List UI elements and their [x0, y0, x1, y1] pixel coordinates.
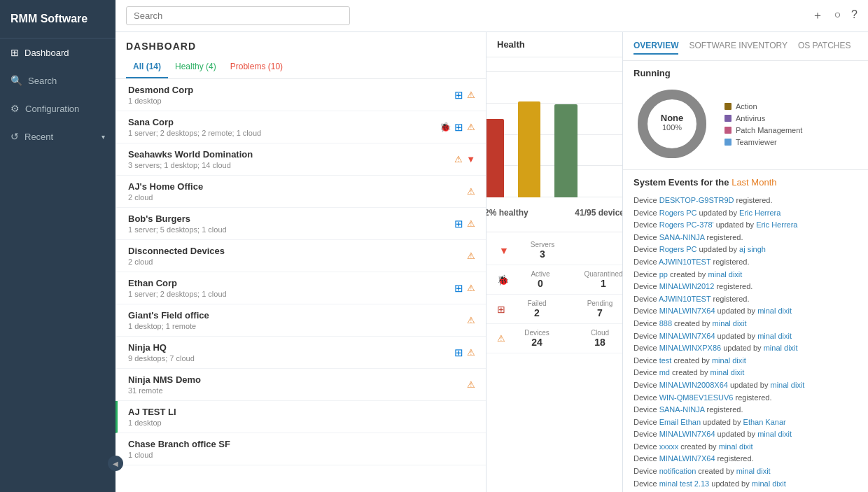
sidebar-item-recent[interactable]: ↺ Recent ▾	[0, 122, 115, 150]
client-row[interactable]: Seahawks World Domination 3 servers; 1 d…	[115, 143, 486, 176]
health-chart-area: 50 37.5 25 12.5 0 42% heal	[486, 57, 622, 232]
event-user-link[interactable]: minal dixit	[764, 344, 798, 352]
event-user-link[interactable]: minal dixit	[736, 467, 771, 475]
client-row[interactable]: Bob's Burgers 1 server; 5 desktops; 1 cl…	[115, 208, 486, 240]
client-sub: 31 remote	[128, 386, 467, 395]
tab-software-inventory[interactable]: SOFTWARE INVENTORY	[689, 38, 787, 55]
client-name: Bob's Burgers	[128, 213, 454, 224]
sidebar-item-search[interactable]: 🔍 Search	[0, 66, 115, 94]
client-icons: ⊞ ⚠	[454, 282, 475, 295]
event-user-link[interactable]: minal dixit	[757, 307, 792, 315]
event-user-link[interactable]: minal dixit	[708, 270, 742, 279]
event-user-link[interactable]: minal dixit	[757, 430, 792, 438]
client-info: Desmond Corp 1 desktop	[128, 85, 454, 105]
client-row[interactable]: Ninja HQ 9 desktops; 7 cloud ⊞ ⚠	[115, 337, 486, 369]
client-name: AJ TEST LI	[128, 407, 475, 417]
event-line: Device AJWIN10TEST registered.	[634, 293, 858, 306]
client-row[interactable]: Chase Branch office SF 1 cloud	[115, 433, 486, 465]
client-row[interactable]: Desmond Corp 1 desktop ⊞ ⚠	[115, 79, 486, 111]
client-row[interactable]: Sana Corp 1 server; 2 desktops; 2 remote…	[115, 111, 486, 143]
help-icon[interactable]: ?	[851, 8, 858, 23]
plus-icon[interactable]: ＋	[812, 8, 823, 23]
event-user-link[interactable]: minal dixit	[710, 368, 744, 377]
event-link[interactable]: MINALWIN7X64	[659, 430, 715, 438]
event-link[interactable]: Rogers PC	[659, 245, 697, 253]
event-link[interactable]: MINALWIN7X64	[659, 307, 715, 315]
sidebar-item-configuration[interactable]: ⚙ Configuration	[0, 94, 115, 122]
event-link[interactable]: 888	[659, 319, 672, 328]
tab-all[interactable]: All (14)	[126, 57, 168, 78]
event-link[interactable]: AJWIN10TEST	[659, 258, 710, 266]
event-link[interactable]: notification	[659, 467, 696, 475]
client-icons: ⚠ ▼	[454, 154, 475, 164]
event-line: Device AJWIN10TEST registered.	[634, 256, 858, 269]
event-user-link[interactable]: minal dixit	[719, 442, 753, 451]
event-user-link[interactable]: minal dixit	[752, 479, 786, 488]
stat-detail: Servers 3	[522, 241, 612, 260]
client-row[interactable]: Giant's Field office 1 desktop; 1 remote…	[115, 304, 486, 337]
event-link[interactable]: Email Ethan	[659, 418, 701, 426]
client-name: Giant's Field office	[128, 310, 467, 321]
client-info: Disconnected Devices 2 cloud	[128, 246, 467, 266]
event-line: Device MINALWIN2012 registered.	[634, 281, 858, 293]
event-link[interactable]: minal test 2.13	[659, 479, 710, 488]
event-user-link[interactable]: minal dixit	[770, 381, 804, 389]
client-icons: ⊞ ⚠	[454, 89, 475, 101]
event-link[interactable]: pp	[659, 270, 668, 279]
main-area: ＋ ○ ? DASHBOARD All (14) Healthy (4) Pro…	[115, 0, 868, 492]
health-panel: Health 50 37.5 25 12.5 0	[486, 32, 623, 492]
stat-icon-area: ⊞	[497, 304, 505, 315]
servers-stat-row: ▼ Servers 3	[486, 236, 622, 265]
stat-item: Pending 7	[579, 300, 621, 318]
event-link[interactable]: WIN-QM8EV1ESUV6	[659, 393, 734, 402]
client-row[interactable]: Ninja NMS Demo 31 remote ⚠	[115, 369, 486, 401]
client-name: Disconnected Devices	[128, 246, 467, 256]
event-link[interactable]: MINALWINXPX86	[659, 344, 721, 352]
event-line: Device Email Ethan updated by Ethan Kana…	[634, 416, 858, 429]
user-icon[interactable]: ○	[834, 8, 841, 23]
event-link[interactable]: MINALWIN2012	[659, 282, 715, 290]
event-link[interactable]: SANA-NINJA	[659, 405, 705, 414]
event-user-link[interactable]: aj singh	[739, 245, 766, 253]
tab-os-patches[interactable]: OS PATCHES	[798, 38, 851, 55]
stat-value: 1	[601, 278, 606, 289]
event-link[interactable]: md	[659, 368, 670, 377]
client-row[interactable]: AJ's Home Office 2 cloud ⚠	[115, 176, 486, 208]
client-row[interactable]: Disconnected Devices 2 cloud ⚠	[115, 240, 486, 272]
tab-healthy[interactable]: Healthy (4)	[168, 57, 223, 78]
client-info: AJ's Home Office 2 cloud	[128, 181, 467, 202]
event-link[interactable]: SANA-NINJA	[659, 233, 705, 241]
event-user-link[interactable]: Eric Herrera	[756, 220, 797, 229]
event-user-link[interactable]: Eric Herrera	[739, 209, 780, 217]
event-link[interactable]: MINALWIN7X64	[659, 332, 715, 340]
event-line: Device MINALWIN7X64 updated by minal dix…	[634, 428, 858, 441]
event-link[interactable]: Rogers PC	[659, 209, 697, 217]
event-link[interactable]: DESKTOP-G9STR9D	[659, 196, 734, 204]
tab-problems[interactable]: Problems (10)	[223, 57, 290, 78]
event-link[interactable]: AJWIN10TEST	[659, 295, 710, 303]
event-link[interactable]: MINALWIN2008X64	[659, 381, 728, 389]
event-link[interactable]: test	[659, 356, 672, 365]
client-list: Desmond Corp 1 desktop ⊞ ⚠ Sana Corp 1 s…	[115, 79, 486, 492]
event-user-link[interactable]: Ethan Kanar	[743, 418, 786, 426]
bug-stat-row: 🐞 Active 0 Quarantined 1	[486, 265, 622, 295]
client-row[interactable]: AJ TEST LI 1 desktop	[115, 401, 486, 433]
event-user-link[interactable]: minal dixit	[757, 332, 792, 340]
sidebar-collapse-button[interactable]: ◀	[108, 456, 123, 471]
event-line: Device SANA-NINJA registered.	[634, 404, 858, 416]
stat-item: Failed 2	[516, 300, 558, 318]
event-link[interactable]: xxxxx	[659, 442, 679, 451]
client-sub: 9 desktops; 7 cloud	[128, 354, 454, 363]
event-link[interactable]: MINALWIN7X64	[659, 454, 715, 463]
event-user-link[interactable]: minal dixit	[713, 319, 747, 328]
tab-overview[interactable]: OVERVIEW	[634, 38, 678, 55]
search-input[interactable]	[126, 6, 350, 25]
warn-stat-icon: ⚠	[497, 333, 505, 344]
sidebar-label-search: Search	[28, 76, 57, 86]
stat-value: 0	[538, 278, 543, 289]
event-link[interactable]: Rogers PC-378'	[659, 220, 714, 229]
client-row[interactable]: Ethan Corp 1 server; 2 desktops; 1 cloud…	[115, 272, 486, 304]
sidebar-item-dashboard[interactable]: ⊞ Dashboard	[0, 38, 115, 66]
event-user-link[interactable]: minal dixit	[712, 356, 746, 365]
event-line: Device MINALWIN7X64 updated by minal dix…	[634, 330, 858, 343]
